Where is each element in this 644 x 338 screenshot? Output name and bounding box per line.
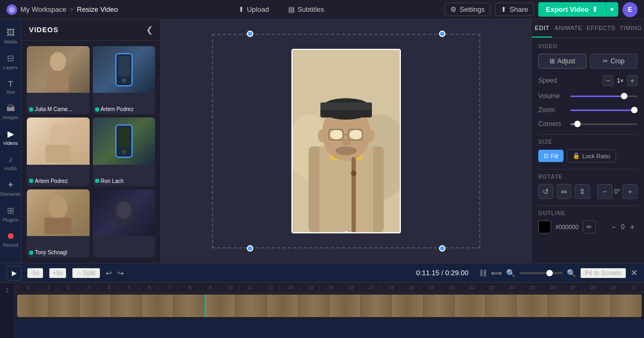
- sidebar-item-elements[interactable]: ✦ Elements: [0, 175, 21, 201]
- lock-ratio-button[interactable]: 🔒 Lock Ratio: [567, 149, 616, 163]
- video-thumb-5[interactable]: Tony Schnagl: [27, 189, 90, 258]
- zoom-in-button[interactable]: 🔍: [567, 269, 576, 277]
- sidebar-item-videos[interactable]: ▶ Videos: [0, 124, 21, 150]
- redo-button[interactable]: ↪: [118, 269, 124, 277]
- rotate-deg-increase-button[interactable]: +: [623, 184, 638, 199]
- zoom-slider[interactable]: [570, 109, 638, 111]
- strip-frame-12: [361, 295, 392, 317]
- video-frame[interactable]: [292, 50, 400, 232]
- rotate-deg-decrease-button[interactable]: −: [597, 184, 612, 199]
- fill-icon: ⊡: [544, 152, 548, 159]
- strip-frame-6: [173, 295, 204, 317]
- corners-slider[interactable]: [570, 123, 638, 125]
- tab-effects[interactable]: EFFECTS: [584, 19, 618, 38]
- workspace-name[interactable]: My Workspace: [20, 5, 67, 13]
- plugins-icon: ⊞: [7, 205, 14, 216]
- tab-timing[interactable]: TIMING: [618, 19, 645, 38]
- sidebar-item-text[interactable]: T Text: [0, 75, 21, 99]
- tab-animate[interactable]: ANIMATE: [552, 19, 584, 38]
- lock-icon: 🔒: [573, 152, 580, 159]
- outline-increase-button[interactable]: +: [627, 222, 638, 232]
- outline-decrease-button[interactable]: −: [608, 222, 619, 232]
- split-icon: ⌂: [77, 269, 80, 277]
- video-strip[interactable]: [17, 295, 642, 317]
- upload-button[interactable]: ⬆ Upload: [234, 3, 273, 16]
- sidebar-item-record[interactable]: ⏺ Record: [0, 227, 21, 252]
- topbar-right: ⚙ Settings ⬆ Share Export Video ⬆ ▾ E: [444, 2, 638, 17]
- strip-frame-19: [580, 295, 611, 317]
- volume-row: Volume: [538, 92, 638, 100]
- corners-label: Corners: [538, 120, 570, 128]
- export-button[interactable]: Export Video ⬆: [538, 2, 605, 17]
- svg-rect-35: [352, 157, 356, 232]
- speed-label: Speed: [538, 77, 570, 84]
- timeline-toolbar: ▶ -5s +5s ⌂ Split ↩ ↪ 0:11.15 / 0:29.00 …: [0, 263, 644, 283]
- outline-color-swatch[interactable]: [538, 221, 551, 233]
- tab-edit[interactable]: EDIT: [532, 19, 552, 38]
- strip-frame-18: [548, 295, 579, 317]
- thumb-status-dot-4: [95, 179, 99, 183]
- outline-edit-button[interactable]: ✏: [583, 221, 596, 233]
- video-btn-group: ⊞ Adjust ✂ Crop: [538, 54, 638, 69]
- sidebar-item-plugins[interactable]: ⊞ Plugins: [0, 201, 21, 227]
- track-label: 1: [0, 283, 15, 338]
- sidebar-item-images[interactable]: 🏔 Images: [0, 99, 21, 124]
- fill-button[interactable]: ⊡ Fill: [538, 150, 564, 162]
- handle-bottom-left[interactable]: [247, 245, 253, 252]
- play-button[interactable]: ▶: [6, 266, 21, 281]
- volume-slider[interactable]: [570, 95, 638, 97]
- fit-to-screen-button[interactable]: Fit to Screen: [580, 268, 626, 278]
- minus5s-button[interactable]: -5s: [27, 268, 43, 278]
- speed-decrease-button[interactable]: −: [603, 75, 613, 86]
- flip-v-button[interactable]: ⇕: [575, 184, 590, 199]
- crop-button[interactable]: ✂ Crop: [590, 54, 638, 69]
- video-thumb-2[interactable]: Artem Podrez: [93, 46, 156, 114]
- adjust-button[interactable]: ⊞ Adjust: [538, 54, 587, 69]
- strip-frame-7: [204, 295, 236, 317]
- zoom-out-button[interactable]: 🔍: [506, 269, 515, 277]
- video-thumb-4[interactable]: Ron Lach: [93, 117, 156, 186]
- svg-point-7: [49, 124, 67, 145]
- export-dropdown-button[interactable]: ▾: [605, 2, 618, 17]
- video-thumb-1[interactable]: Julia M Came...: [27, 46, 90, 114]
- thumb-label-5: Tony Schnagl: [29, 249, 67, 255]
- plus5s-button[interactable]: +5s: [49, 268, 67, 278]
- timeline-content: :0 :1 :2 :3 :4 :5 :6 :7 :8 :9 :10 :11 :1…: [15, 283, 644, 338]
- strip-frame-15: [455, 295, 486, 317]
- page-title: Resize Video: [77, 5, 118, 13]
- video-thumb-6[interactable]: [93, 189, 156, 258]
- video-thumb-3[interactable]: Artem Podrez: [27, 117, 90, 186]
- avatar: E: [623, 2, 638, 17]
- svg-rect-25: [320, 102, 372, 110]
- outline-row: #000000 ✏ − 0 +: [538, 221, 638, 233]
- flip-h-button[interactable]: ⇔: [557, 184, 572, 199]
- outline-label: OUTLINE: [538, 210, 638, 216]
- handle-bottom-center[interactable]: [343, 230, 349, 232]
- sidebar-item-audio[interactable]: ♪ Audio: [0, 150, 21, 175]
- speed-increase-button[interactable]: +: [627, 75, 638, 86]
- strip-frame-17: [517, 295, 548, 317]
- svg-point-34: [366, 129, 375, 142]
- close-timeline-button[interactable]: ✕: [631, 268, 638, 278]
- undo-button[interactable]: ↩: [106, 269, 112, 277]
- thumb-label-1: Julia M Came...: [29, 106, 72, 112]
- strip-frame-9: [267, 295, 298, 317]
- divider-3: [538, 205, 638, 206]
- sidebar-item-layers[interactable]: ⊟ Layers: [0, 49, 21, 75]
- strip-frame-20: [611, 295, 642, 317]
- collapse-panel-button[interactable]: ❮: [146, 25, 153, 35]
- timeline-body: 1 :0 :1 :2 :3 :4 :5 :6 :7 :8 :9 :10 :11 …: [0, 283, 644, 338]
- video-grid: Julia M Came... Artem Podrez: [21, 41, 160, 263]
- rotate-ccw-button[interactable]: ↺: [538, 184, 553, 199]
- share-button[interactable]: ⬆ Share: [495, 3, 534, 16]
- thumb-status-dot-2: [95, 107, 99, 112]
- handle-top-left[interactable]: [247, 31, 253, 37]
- handle-bottom-right[interactable]: [439, 245, 445, 252]
- subtitles-button[interactable]: ▤ Subtitles: [284, 3, 328, 16]
- handle-top-right[interactable]: [439, 31, 445, 37]
- split-button[interactable]: ⌂ Split: [72, 268, 100, 278]
- settings-button[interactable]: ⚙ Settings: [444, 3, 491, 16]
- zoom-slider-timeline[interactable]: [519, 272, 562, 274]
- strip-frame-4: [111, 295, 142, 317]
- sidebar-item-media[interactable]: 🖼 Media: [0, 24, 21, 49]
